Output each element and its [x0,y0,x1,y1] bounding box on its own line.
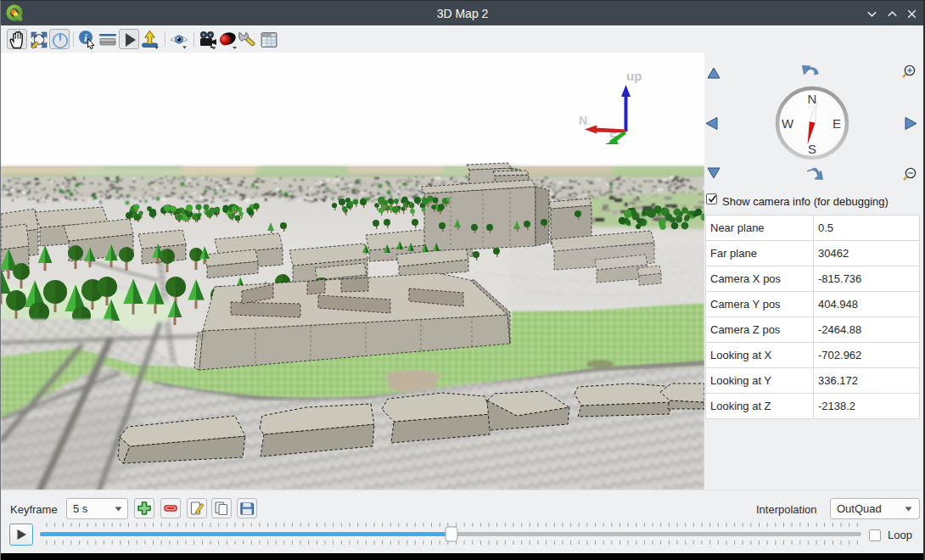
svg-text:N: N [579,114,587,127]
svg-text:up: up [626,69,642,83]
svg-text:W: W [782,116,794,131]
svg-text:S: S [808,142,816,156]
svg-text:E: E [832,116,841,131]
svg-text:N: N [808,92,817,106]
